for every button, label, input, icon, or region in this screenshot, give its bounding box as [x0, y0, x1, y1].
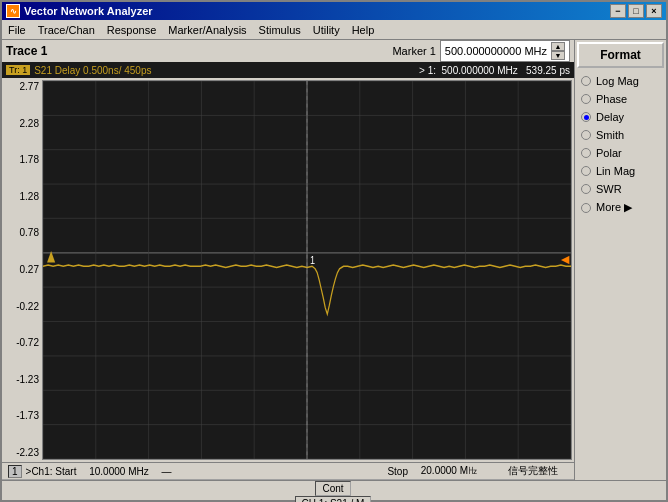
marker-spinner[interactable]: ▲ ▼ [551, 42, 565, 60]
app-icon: ∿ [6, 4, 20, 18]
format-option-smith[interactable]: Smith [577, 126, 664, 144]
radio-swr[interactable] [581, 184, 591, 194]
y-label-0: 2.77 [20, 82, 39, 92]
title-bar: ∿ Vector Network Analyzer − □ × [2, 2, 666, 20]
y-axis: 2.77 2.28 1.78 1.28 0.78 0.27 -0.22 -0.7… [4, 80, 42, 460]
svg-text:1: 1 [310, 254, 315, 266]
plot-arrow-indicator: ◄ [558, 252, 572, 266]
spin-up[interactable]: ▲ [551, 42, 565, 51]
menu-response[interactable]: Response [101, 20, 163, 39]
channel-indicator: 1 [8, 465, 22, 478]
menu-utility[interactable]: Utility [307, 20, 346, 39]
y-label-2: 1.78 [20, 155, 39, 165]
format-option-log-mag[interactable]: Log Mag [577, 72, 664, 90]
marker-section: Marker 1 500.000000000 MHz ▲ ▼ [392, 40, 570, 62]
y-label-10: -2.23 [16, 448, 39, 458]
menu-file[interactable]: File [2, 20, 32, 39]
start-value: 10.0000 MHz [89, 466, 148, 477]
stop-label: Stop [387, 466, 408, 477]
y-label-5: 0.27 [20, 265, 39, 275]
plot-area[interactable]: 1 ◄ [42, 80, 572, 460]
menu-bar: File Trace/Chan Response Marker/Analysis… [2, 20, 666, 40]
marker-freq-value: 500.000000000 MHz [445, 45, 547, 57]
menu-trace-chan[interactable]: Trace/Chan [32, 20, 101, 39]
format-option-polar[interactable]: Polar [577, 144, 664, 162]
chart-area: Trace 1 Marker 1 500.000000000 MHz ▲ ▼ T… [2, 40, 574, 480]
radio-more[interactable] [581, 203, 591, 213]
trace-info-bar: Tr: 1 S21 Delay 0.500ns/ 450ps > 1: 500.… [2, 62, 574, 78]
y-label-1: 2.28 [20, 119, 39, 129]
y-label-7: -0.72 [16, 338, 39, 348]
menu-marker-analysis[interactable]: Marker/Analysis [162, 20, 252, 39]
menu-help[interactable]: Help [346, 20, 381, 39]
close-button[interactable]: × [646, 4, 662, 18]
marker-label: Marker 1 [392, 45, 435, 57]
plot-svg: 1 [43, 81, 571, 459]
trace-header: Trace 1 Marker 1 500.000000000 MHz ▲ ▼ [2, 40, 574, 62]
main-content: Trace 1 Marker 1 500.000000000 MHz ▲ ▼ T… [2, 40, 666, 480]
label-log-mag: Log Mag [596, 75, 639, 87]
app-window: ∿ Vector Network Analyzer − □ × File Tra… [0, 0, 668, 502]
label-swr: SWR [596, 183, 622, 195]
status-cont: Cont [315, 481, 350, 496]
y-label-6: -0.22 [16, 302, 39, 312]
radio-phase[interactable] [581, 94, 591, 104]
radio-lin-mag[interactable] [581, 166, 591, 176]
window-title: Vector Network Analyzer [24, 5, 610, 17]
label-smith: Smith [596, 129, 624, 141]
status-ch-s21: CH 1: S21 / M [295, 496, 372, 502]
x-axis-bar: 1 >Ch1: Start 10.0000 MHz — Stop 20.0000… [2, 462, 574, 480]
stop-value: 20.0000 M㎐ [421, 464, 478, 478]
watermark-text: 信号完整性 [508, 464, 558, 478]
status-bar: Cont CH 1: S21 / M C 4-Port LCL [2, 480, 666, 500]
marker-readout: > 1: 500.000000 MHz 539.25 ps [419, 65, 570, 76]
title-bar-controls: − □ × [610, 4, 662, 18]
label-more: More ▶ [596, 201, 632, 214]
format-option-phase[interactable]: Phase [577, 90, 664, 108]
dash-sep: — [159, 466, 175, 477]
right-panel: Format Log Mag Phase Delay [574, 40, 666, 480]
format-option-lin-mag[interactable]: Lin Mag [577, 162, 664, 180]
trace-label: Tr: 1 [6, 65, 30, 75]
menu-stimulus[interactable]: Stimulus [253, 20, 307, 39]
start-label: >Ch1: Start [26, 466, 77, 477]
label-lin-mag: Lin Mag [596, 165, 635, 177]
format-button[interactable]: Format [577, 42, 664, 68]
y-label-9: -1.73 [16, 411, 39, 421]
spin-down[interactable]: ▼ [551, 51, 565, 60]
format-option-more[interactable]: More ▶ [577, 198, 664, 217]
marker-value-input[interactable]: 500.000000000 MHz ▲ ▼ [440, 40, 570, 62]
radio-log-mag[interactable] [581, 76, 591, 86]
label-delay: Delay [596, 111, 624, 123]
restore-button[interactable]: □ [628, 4, 644, 18]
y-label-4: 0.78 [20, 228, 39, 238]
minimize-button[interactable]: − [610, 4, 626, 18]
trace-details: S21 Delay 0.500ns/ 450ps [34, 65, 151, 76]
radio-polar[interactable] [581, 148, 591, 158]
label-polar: Polar [596, 147, 622, 159]
format-options: Log Mag Phase Delay Smith [577, 72, 664, 217]
y-label-8: -1.23 [16, 375, 39, 385]
y-label-3: 1.28 [20, 192, 39, 202]
radio-smith[interactable] [581, 130, 591, 140]
trace-title: Trace 1 [6, 44, 47, 58]
label-phase: Phase [596, 93, 627, 105]
plot-container: 2.77 2.28 1.78 1.28 0.78 0.27 -0.22 -0.7… [2, 78, 574, 462]
radio-delay[interactable] [581, 112, 591, 122]
format-option-swr[interactable]: SWR [577, 180, 664, 198]
format-option-delay[interactable]: Delay [577, 108, 664, 126]
